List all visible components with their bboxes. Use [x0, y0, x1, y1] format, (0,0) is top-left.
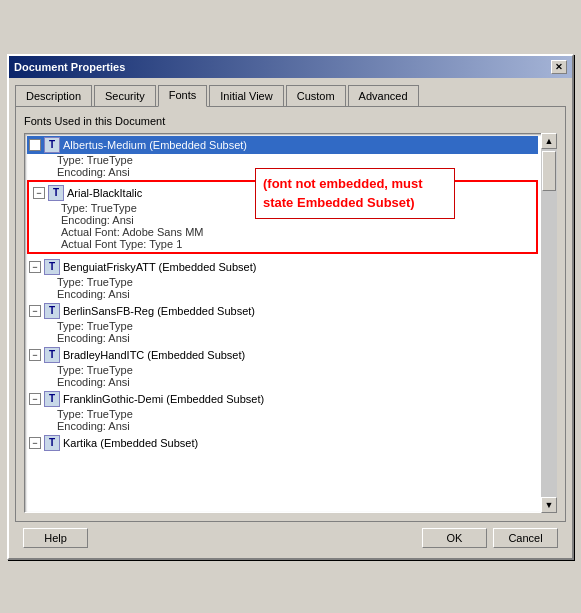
close-button[interactable]: ✕	[551, 60, 567, 74]
font-name: FranklinGothic-Demi (Embedded Subset)	[63, 393, 264, 405]
list-item: − T BenguiatFriskyATT (Embedded Subset) …	[27, 258, 538, 300]
expand-icon[interactable]: −	[29, 261, 41, 273]
list-item: − T BradleyHandITC (Embedded Subset) Typ…	[27, 346, 538, 388]
font-type-icon: T	[44, 435, 60, 451]
ok-cancel-group: OK Cancel	[422, 528, 558, 548]
font-detail: Encoding: Ansi	[55, 332, 538, 344]
font-name: BenguiatFriskyATT (Embedded Subset)	[63, 261, 256, 273]
font-type-icon: T	[48, 185, 64, 201]
list-item: − T FranklinGothic-Demi (Embedded Subset…	[27, 390, 538, 432]
font-row[interactable]: − T Kartika (Embedded Subset)	[27, 434, 538, 452]
tab-content-fonts: Fonts Used in this Document − T Albertus…	[15, 106, 566, 522]
fonts-list[interactable]: − T Albertus-Medium (Embedded Subset) Ty…	[24, 133, 557, 513]
font-row[interactable]: − T BenguiatFriskyATT (Embedded Subset)	[27, 258, 538, 276]
scroll-thumb[interactable]	[542, 151, 556, 191]
font-detail: Actual Font: Adobe Sans MM	[59, 226, 534, 238]
font-detail: Encoding: Ansi	[55, 288, 538, 300]
expand-icon[interactable]: −	[29, 139, 41, 151]
window-body: Description Security Fonts Initial View …	[9, 78, 572, 558]
scroll-track[interactable]	[541, 149, 557, 497]
font-row[interactable]: − T BradleyHandITC (Embedded Subset)	[27, 346, 538, 364]
cancel-button[interactable]: Cancel	[493, 528, 558, 548]
tab-custom[interactable]: Custom	[286, 85, 346, 107]
font-detail: Type: TrueType	[55, 276, 538, 288]
scroll-down-button[interactable]: ▼	[541, 497, 557, 513]
tab-initial-view[interactable]: Initial View	[209, 85, 283, 107]
tab-advanced[interactable]: Advanced	[348, 85, 419, 107]
font-row-selected[interactable]: − T Albertus-Medium (Embedded Subset)	[27, 136, 538, 154]
font-row[interactable]: − T BerlinSansFB-Reg (Embedded Subset)	[27, 302, 538, 320]
font-type-icon: T	[44, 303, 60, 319]
tab-bar: Description Security Fonts Initial View …	[15, 84, 566, 106]
font-type-icon: T	[44, 137, 60, 153]
expand-icon[interactable]: −	[29, 349, 41, 361]
font-detail: Encoding: Ansi	[55, 420, 538, 432]
font-name: Arial-BlackItalic	[67, 187, 142, 199]
font-name: Albertus-Medium (Embedded Subset)	[63, 139, 247, 151]
font-type-icon: T	[44, 259, 60, 275]
font-name: BradleyHandITC (Embedded Subset)	[63, 349, 245, 361]
tab-description[interactable]: Description	[15, 85, 92, 107]
font-detail: Type: TrueType	[55, 154, 538, 166]
fonts-outer: − T Albertus-Medium (Embedded Subset) Ty…	[24, 133, 557, 513]
expand-icon[interactable]: −	[29, 393, 41, 405]
document-properties-window: Document Properties ✕ Description Securi…	[7, 54, 574, 560]
list-item: − T BerlinSansFB-Reg (Embedded Subset) T…	[27, 302, 538, 344]
font-detail: Actual Font Type: Type 1	[59, 238, 534, 250]
list-item: − T Kartika (Embedded Subset)	[27, 434, 538, 452]
font-name: Kartika (Embedded Subset)	[63, 437, 198, 449]
expand-icon[interactable]: −	[29, 437, 41, 449]
help-button[interactable]: Help	[23, 528, 88, 548]
ok-button[interactable]: OK	[422, 528, 487, 548]
tab-fonts[interactable]: Fonts	[158, 85, 208, 107]
expand-icon[interactable]: −	[29, 305, 41, 317]
font-detail: Type: TrueType	[55, 364, 538, 376]
font-detail: Type: TrueType	[55, 320, 538, 332]
font-detail: Type: TrueType	[55, 408, 538, 420]
bottom-bar: Help OK Cancel	[15, 522, 566, 552]
section-label: Fonts Used in this Document	[24, 115, 557, 127]
title-bar: Document Properties ✕	[9, 56, 572, 78]
font-type-icon: T	[44, 391, 60, 407]
scroll-up-button[interactable]: ▲	[541, 133, 557, 149]
font-type-icon: T	[44, 347, 60, 363]
scrollbar: ▲ ▼	[541, 133, 557, 513]
font-row[interactable]: − T FranklinGothic-Demi (Embedded Subset…	[27, 390, 538, 408]
window-title: Document Properties	[14, 61, 125, 73]
font-detail: Encoding: Ansi	[55, 376, 538, 388]
font-name: BerlinSansFB-Reg (Embedded Subset)	[63, 305, 255, 317]
expand-icon[interactable]: −	[33, 187, 45, 199]
tab-security[interactable]: Security	[94, 85, 156, 107]
annotation-box: (font not embedded, must state Embedded …	[255, 168, 455, 219]
